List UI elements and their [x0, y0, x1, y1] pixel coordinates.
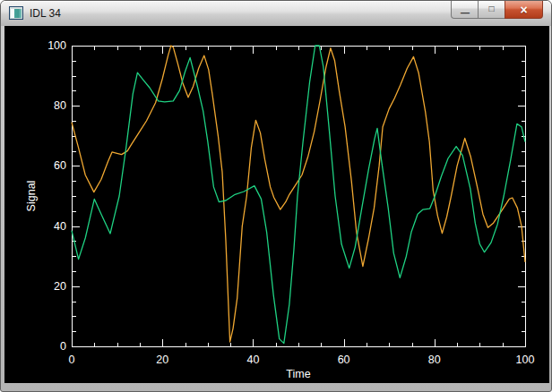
x-axis-title: Time — [286, 368, 310, 380]
y-tick-label: 60 — [54, 159, 66, 172]
plot-area: 020406080100020406080100TimeSignal — [4, 26, 549, 383]
close-button[interactable]: × — [505, 1, 543, 19]
title-bar[interactable]: IDL 34 — □ × — [1, 1, 551, 26]
window-title: IDL 34 — [30, 7, 61, 20]
y-tick-label: 20 — [54, 280, 66, 293]
axis-labels: 020406080100020406080100TimeSignal — [25, 39, 534, 380]
x-tick-label: 100 — [516, 354, 535, 366]
close-icon: × — [520, 4, 527, 16]
axis-ticks — [73, 47, 526, 347]
y-axis-title: Signal — [25, 181, 38, 212]
x-tick-label: 40 — [246, 354, 259, 366]
x-tick-label: 20 — [156, 354, 168, 366]
maximize-icon: □ — [488, 4, 494, 13]
app-icon — [9, 6, 23, 20]
y-tick-label: 40 — [54, 220, 66, 233]
plot-frame — [73, 47, 526, 347]
x-tick-label: 60 — [338, 354, 350, 366]
caption-buttons: — □ × — [451, 1, 543, 19]
plot-svg: 020406080100020406080100TimeSignal — [4, 26, 549, 383]
x-tick-label: 0 — [69, 354, 75, 366]
y-tick-label: 100 — [47, 39, 66, 52]
series-green-signal — [72, 46, 525, 344]
app-icon-pane — [11, 9, 22, 18]
series-orange-signal — [72, 46, 525, 342]
minimize-icon: — — [461, 9, 469, 18]
y-tick-label: 0 — [60, 340, 66, 353]
x-tick-label: 80 — [428, 354, 441, 366]
idl-window: IDL 34 — □ × 020406080100020406080100Tim… — [0, 0, 552, 392]
y-tick-label: 80 — [54, 99, 66, 112]
minimize-button[interactable]: — — [451, 1, 479, 19]
maximize-button[interactable]: □ — [478, 1, 505, 19]
